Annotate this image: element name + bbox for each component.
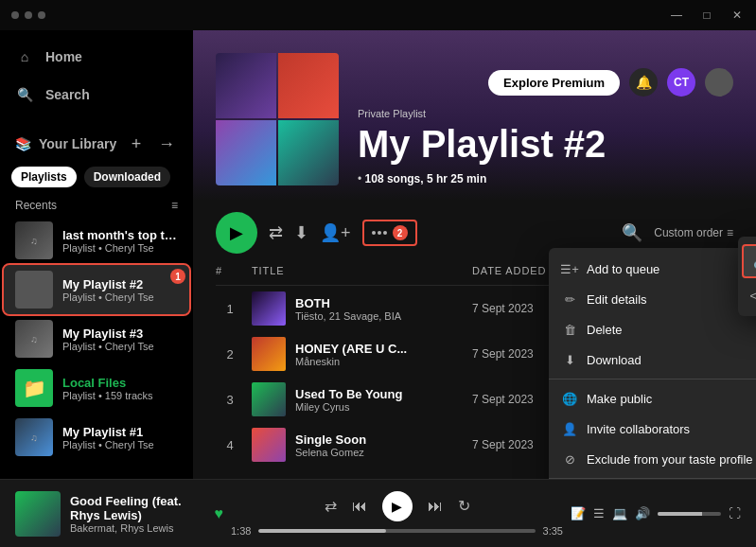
prev-button[interactable]: ⏮ <box>352 498 367 515</box>
track-number: 1 <box>216 302 244 316</box>
filter-tab-downloaded[interactable]: Downloaded <box>84 167 170 187</box>
playlist-item-last-months[interactable]: ♫ last month's top tracks -... Playlist … <box>4 216 189 265</box>
avatar[interactable]: CT <box>667 68 695 97</box>
play-pause-button[interactable]: ▶ <box>382 491 413 521</box>
edit-icon: ✏ <box>562 291 577 307</box>
hero-art-cell-1 <box>216 53 276 118</box>
track-number: 2 <box>216 347 244 362</box>
player-progress: 1:38 3:35 <box>231 525 563 537</box>
menu-label: Delete <box>587 323 623 337</box>
playlist-thumb-local: 📁 <box>15 369 53 407</box>
dot-2 <box>378 231 381 235</box>
total-time: 3:35 <box>543 525 563 537</box>
device-icon[interactable]: 💻 <box>612 506 627 521</box>
maximize-button[interactable]: □ <box>699 8 714 23</box>
playlist-meta-1: Playlist • Cheryl Tse <box>62 439 178 450</box>
queue-icon[interactable]: ☰ <box>593 506 605 521</box>
playlist-meta-3: Playlist • Cheryl Tse <box>62 341 178 352</box>
fullscreen-icon[interactable]: ⛶ <box>729 506 741 521</box>
playlist-meta-local: Playlist • 159 tracks <box>62 390 178 401</box>
next-button[interactable]: ⏭ <box>428 498 443 515</box>
hero-art <box>216 53 339 185</box>
block-icon: ⊘ <box>562 451 577 467</box>
menu-item-delete[interactable]: 🗑 Delete <box>549 314 756 344</box>
settings-icon[interactable] <box>705 68 733 97</box>
playlist-thumb-2 <box>15 271 53 309</box>
close-button[interactable]: ✕ <box>730 8 745 23</box>
progress-bar[interactable] <box>258 529 535 533</box>
track-title-cell: BOTH Tiësto, 21 Savage, BIA <box>252 291 465 326</box>
library-arrow-button[interactable]: → <box>155 132 178 155</box>
header-right: Explore Premium 🔔 CT <box>466 68 756 97</box>
custom-order-label: Custom order <box>654 226 723 239</box>
player-controls: ⇄ ⏮ ▶ ⏭ ↻ 1:38 3:35 <box>231 491 563 537</box>
playlist-info: last month's top tracks -... Playlist • … <box>62 228 178 254</box>
download-menu-icon: ⬇ <box>562 352 577 367</box>
embed-playlist-button[interactable]: </> Embed playlist <box>738 280 756 310</box>
volume-bar[interactable] <box>658 512 721 516</box>
player-track: Good Feeling (feat. Rhys Lewis) Bakermat… <box>15 491 223 537</box>
shuffle-icon[interactable]: ⇄ <box>269 222 283 243</box>
more-options-button[interactable]: 2 <box>362 220 417 246</box>
recents-sort-button[interactable]: ≡ <box>171 199 178 212</box>
playlist-item-my-playlist-3[interactable]: ♫ My Playlist #3 Playlist • Cheryl Tse <box>4 314 189 363</box>
playlist-meta: • 108 songs, 5 hr 25 min <box>358 172 733 185</box>
menu-item-edit-details[interactable]: ✏ Edit details <box>549 284 756 314</box>
playlist-item-local-files[interactable]: 📁 Local Files Playlist • 159 tracks <box>4 363 189 413</box>
sidebar-nav: ⌂ Home 🔍 Search <box>0 30 193 121</box>
progress-fill <box>258 529 385 533</box>
track-number: 4 <box>216 438 244 452</box>
playlist-meta: Playlist • Cheryl Tse <box>62 242 178 254</box>
hero-info: Private Playlist My Playlist #2 • 108 so… <box>358 108 733 185</box>
filter-tab-playlists[interactable]: Playlists <box>11 167 77 187</box>
track-text: Single Soon Selena Gomez <box>295 432 366 458</box>
library-title[interactable]: 📚 Your Library <box>15 136 116 151</box>
sidebar-item-search[interactable]: 🔍 Search <box>0 76 193 114</box>
player: Good Feeling (feat. Rhys Lewis) Bakermat… <box>0 479 756 547</box>
playlist-name-1: My Playlist #1 <box>62 425 178 439</box>
elapsed-time: 1:38 <box>231 525 251 537</box>
playlist-name-local: Local Files <box>62 376 178 390</box>
sidebar-item-home[interactable]: ⌂ Home <box>0 38 193 76</box>
shuffle-button[interactable]: ⇄ <box>325 497 337 515</box>
search-tracks-icon[interactable]: 🔍 <box>622 222 642 243</box>
add-playlist-icon[interactable]: 👤+ <box>320 222 351 243</box>
recents-label: Recents <box>15 199 57 212</box>
library-add-button[interactable]: + <box>125 132 148 155</box>
volume-icon[interactable]: 🔊 <box>635 506 650 521</box>
playlist-name-3: My Playlist #3 <box>62 326 178 341</box>
play-button[interactable]: ▶ <box>216 212 257 254</box>
menu-item-exclude-taste[interactable]: ⊘ Exclude from your taste profile <box>549 444 756 474</box>
menu-item-make-public[interactable]: 🌐 Make public <box>549 383 756 414</box>
home-label: Home <box>45 49 82 64</box>
titlebar-dot-3 <box>38 11 45 19</box>
notifications-icon[interactable]: 🔔 <box>629 68 658 97</box>
playlist-name: last month's top tracks -... <box>62 228 178 242</box>
repeat-button[interactable]: ↻ <box>458 497 470 515</box>
sidebar: ⌂ Home 🔍 Search 📚 Your Library + → Playl… <box>0 30 193 479</box>
minimize-button[interactable]: — <box>669 8 684 23</box>
menu-label: Make public <box>587 392 652 406</box>
hero-section: Private Playlist My Playlist #2 • 108 so… <box>193 30 756 201</box>
playlist-type-label: Private Playlist <box>358 108 733 119</box>
download-icon[interactable]: ⬇ <box>294 222 308 243</box>
playlist-item-my-playlist-1[interactable]: ♫ My Playlist #1 Playlist • Cheryl Tse <box>4 413 189 462</box>
titlebar-controls: — □ ✕ <box>669 8 745 23</box>
custom-order-button[interactable]: Custom order ≡ <box>654 226 733 239</box>
menu-item-invite[interactable]: 👤 Invite collaborators <box>549 414 756 444</box>
player-art <box>15 491 61 537</box>
playlist-item-my-playlist-2[interactable]: My Playlist #2 Playlist • Cheryl Tse 1 <box>4 265 189 314</box>
search-label: Search <box>45 87 90 102</box>
track-name: Used To Be Young <box>295 387 402 401</box>
hero-art-cell-3 <box>216 120 276 185</box>
track-art-3 <box>252 382 286 416</box>
menu-label: Exclude from your taste profile <box>587 452 753 467</box>
track-title-cell: Used To Be Young Miley Cyrus <box>252 382 465 416</box>
copy-link-button[interactable]: 🔗 Copy link to playlist 4 <box>742 244 756 278</box>
menu-item-download[interactable]: ⬇ Download <box>549 344 756 375</box>
home-icon: ⌂ <box>15 47 34 66</box>
explore-premium-button[interactable]: Explore Premium <box>488 70 620 96</box>
menu-item-add-queue[interactable]: ☰+ Add to queue <box>549 254 756 284</box>
heart-icon[interactable]: ♥ <box>215 505 224 522</box>
lyrics-icon[interactable]: 📝 <box>571 506 586 521</box>
